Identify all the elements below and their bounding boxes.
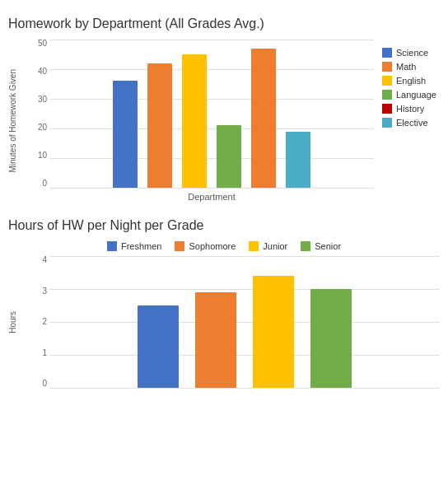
chart1-legend-item: Math (382, 62, 440, 72)
chart2-bars (49, 256, 440, 388)
chart1-ytick: 10 (26, 151, 47, 160)
chart1-bar-science (113, 81, 138, 188)
chart2-ytick: 0 (26, 380, 47, 388)
chart1-legend-item: Elective (382, 118, 440, 128)
chart1-bar-math (147, 63, 172, 188)
legend-label: Senior (315, 241, 341, 251)
legend-color-box (382, 62, 392, 72)
legend-color-box (382, 48, 392, 58)
chart1-legend-item: English (382, 76, 440, 86)
chart1-container: Homework by Department (All Grades Avg.)… (8, 16, 440, 202)
chart2-legend: FreshmenSophomoreJuniorSenior (8, 241, 440, 251)
chart2-yticks: 43210 (26, 256, 47, 388)
legend-label: Language (396, 90, 436, 100)
legend-label: History (396, 104, 424, 114)
legend-label: Math (396, 62, 416, 72)
legend-label: Freshmen (121, 241, 162, 251)
chart1-ytick: 40 (26, 68, 47, 76)
legend-label: English (396, 76, 426, 86)
legend-color-box (175, 241, 184, 251)
chart1-legend-item: History (382, 104, 440, 114)
chart1-ytick: 50 (26, 40, 47, 48)
chart1-yticks: 50403020100 (26, 40, 47, 188)
chart2-legend-item: Junior (249, 241, 287, 251)
chart1-ytick: 0 (26, 179, 47, 188)
chart2-ytick: 2 (26, 318, 47, 326)
legend-color-box (249, 241, 259, 251)
legend-color-box (382, 118, 392, 128)
chart2-container: Hours of HW per Night per Grade Freshmen… (8, 218, 440, 389)
chart1-bars (49, 40, 374, 188)
chart2-ytick: 3 (26, 287, 47, 296)
chart1-bar-english (182, 54, 207, 188)
legend-label: Junior (263, 241, 287, 251)
chart2-y-label: Hours (8, 311, 23, 333)
chart1-y-label: Minutes of Homework Given (8, 69, 23, 173)
chart1-inner: 50403020100 Department (25, 40, 374, 202)
chart2-legend-item: Senior (301, 241, 341, 251)
legend-color-box (382, 104, 392, 114)
legend-color-box (382, 76, 392, 86)
chart1-legend-item: Science (382, 48, 440, 58)
legend-label: Science (396, 48, 428, 58)
legend-label: Sophomore (189, 241, 236, 251)
chart1-legend-item: Language (382, 90, 440, 100)
chart2-bar-junior (253, 276, 294, 388)
legend-label: Elective (396, 118, 428, 128)
chart1-xlabel: Department (49, 192, 374, 202)
chart2-area: Hours 43210 (8, 256, 440, 389)
chart1-bar-language (217, 125, 241, 188)
legend-color-box (301, 241, 310, 251)
chart2-bar-freshmen (138, 305, 179, 388)
chart1-title: Homework by Department (All Grades Avg.) (8, 16, 440, 31)
chart2-inner: 43210 (25, 256, 440, 389)
chart2-bar-sophomore (195, 292, 236, 388)
chart2-bar-senior (310, 289, 352, 388)
chart2-ytick: 1 (26, 349, 47, 357)
chart1-legend: ScienceMathEnglishLanguageHistoryElectiv… (382, 40, 440, 128)
chart2-ytick: 4 (26, 256, 47, 264)
chart1-ytick: 20 (26, 124, 47, 132)
chart2-title: Hours of HW per Night per Grade (8, 218, 440, 233)
chart1-bar-elective (286, 132, 310, 188)
chart2-legend-item: Sophomore (175, 241, 236, 251)
chart2-legend-item: Freshmen (107, 241, 162, 251)
chart1-ytick: 30 (26, 96, 47, 104)
legend-color-box (382, 90, 392, 100)
chart1-area: Minutes of Homework Given 50403020100 De… (8, 40, 440, 202)
chart1-bar-history (251, 49, 276, 188)
legend-color-box (107, 241, 117, 251)
